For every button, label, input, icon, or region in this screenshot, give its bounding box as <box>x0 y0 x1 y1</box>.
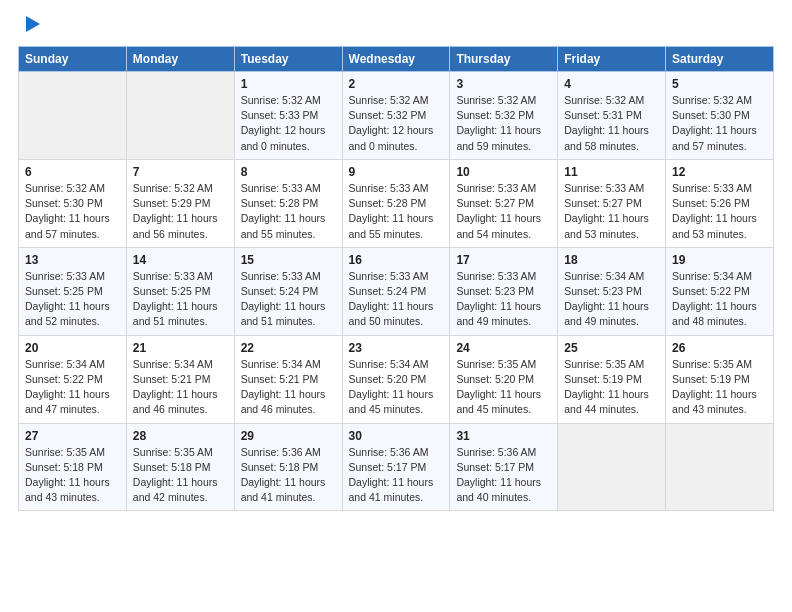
calendar-week-row: 20Sunrise: 5:34 AMSunset: 5:22 PMDayligh… <box>19 335 774 423</box>
calendar-cell: 3Sunrise: 5:32 AMSunset: 5:32 PMDaylight… <box>450 72 558 160</box>
day-number: 1 <box>241 77 336 91</box>
weekday-header: Wednesday <box>342 47 450 72</box>
calendar-cell: 1Sunrise: 5:32 AMSunset: 5:33 PMDaylight… <box>234 72 342 160</box>
day-info: Sunrise: 5:36 AMSunset: 5:18 PMDaylight:… <box>241 445 336 506</box>
calendar-cell: 23Sunrise: 5:34 AMSunset: 5:20 PMDayligh… <box>342 335 450 423</box>
day-number: 18 <box>564 253 659 267</box>
day-info: Sunrise: 5:33 AMSunset: 5:28 PMDaylight:… <box>349 181 444 242</box>
day-info: Sunrise: 5:32 AMSunset: 5:30 PMDaylight:… <box>672 93 767 154</box>
day-number: 9 <box>349 165 444 179</box>
calendar-header-row: SundayMondayTuesdayWednesdayThursdayFrid… <box>19 47 774 72</box>
day-number: 15 <box>241 253 336 267</box>
day-info: Sunrise: 5:35 AMSunset: 5:19 PMDaylight:… <box>564 357 659 418</box>
day-info: Sunrise: 5:34 AMSunset: 5:22 PMDaylight:… <box>672 269 767 330</box>
calendar-cell: 13Sunrise: 5:33 AMSunset: 5:25 PMDayligh… <box>19 247 127 335</box>
calendar-cell: 30Sunrise: 5:36 AMSunset: 5:17 PMDayligh… <box>342 423 450 511</box>
calendar-cell: 15Sunrise: 5:33 AMSunset: 5:24 PMDayligh… <box>234 247 342 335</box>
day-number: 17 <box>456 253 551 267</box>
calendar-cell: 12Sunrise: 5:33 AMSunset: 5:26 PMDayligh… <box>666 159 774 247</box>
calendar-cell <box>666 423 774 511</box>
calendar-week-row: 6Sunrise: 5:32 AMSunset: 5:30 PMDaylight… <box>19 159 774 247</box>
calendar-week-row: 1Sunrise: 5:32 AMSunset: 5:33 PMDaylight… <box>19 72 774 160</box>
day-info: Sunrise: 5:32 AMSunset: 5:32 PMDaylight:… <box>349 93 444 154</box>
calendar-cell: 9Sunrise: 5:33 AMSunset: 5:28 PMDaylight… <box>342 159 450 247</box>
header <box>18 18 774 36</box>
day-number: 13 <box>25 253 120 267</box>
day-number: 31 <box>456 429 551 443</box>
calendar-cell: 25Sunrise: 5:35 AMSunset: 5:19 PMDayligh… <box>558 335 666 423</box>
day-info: Sunrise: 5:33 AMSunset: 5:27 PMDaylight:… <box>564 181 659 242</box>
calendar-table: SundayMondayTuesdayWednesdayThursdayFrid… <box>18 46 774 511</box>
day-info: Sunrise: 5:34 AMSunset: 5:21 PMDaylight:… <box>133 357 228 418</box>
day-info: Sunrise: 5:33 AMSunset: 5:24 PMDaylight:… <box>241 269 336 330</box>
weekday-header: Tuesday <box>234 47 342 72</box>
calendar-cell: 10Sunrise: 5:33 AMSunset: 5:27 PMDayligh… <box>450 159 558 247</box>
day-info: Sunrise: 5:35 AMSunset: 5:18 PMDaylight:… <box>133 445 228 506</box>
weekday-header: Monday <box>126 47 234 72</box>
calendar-cell <box>558 423 666 511</box>
calendar-cell <box>19 72 127 160</box>
weekday-header: Friday <box>558 47 666 72</box>
day-number: 20 <box>25 341 120 355</box>
calendar-cell: 11Sunrise: 5:33 AMSunset: 5:27 PMDayligh… <box>558 159 666 247</box>
day-number: 5 <box>672 77 767 91</box>
logo <box>18 18 44 36</box>
logo-icon <box>22 14 44 36</box>
day-number: 19 <box>672 253 767 267</box>
day-number: 29 <box>241 429 336 443</box>
day-number: 25 <box>564 341 659 355</box>
day-info: Sunrise: 5:33 AMSunset: 5:24 PMDaylight:… <box>349 269 444 330</box>
weekday-header: Thursday <box>450 47 558 72</box>
day-number: 23 <box>349 341 444 355</box>
day-info: Sunrise: 5:34 AMSunset: 5:22 PMDaylight:… <box>25 357 120 418</box>
day-info: Sunrise: 5:35 AMSunset: 5:18 PMDaylight:… <box>25 445 120 506</box>
day-info: Sunrise: 5:36 AMSunset: 5:17 PMDaylight:… <box>456 445 551 506</box>
calendar-cell: 20Sunrise: 5:34 AMSunset: 5:22 PMDayligh… <box>19 335 127 423</box>
day-number: 22 <box>241 341 336 355</box>
calendar-cell: 2Sunrise: 5:32 AMSunset: 5:32 PMDaylight… <box>342 72 450 160</box>
day-info: Sunrise: 5:33 AMSunset: 5:25 PMDaylight:… <box>25 269 120 330</box>
calendar-cell: 17Sunrise: 5:33 AMSunset: 5:23 PMDayligh… <box>450 247 558 335</box>
day-info: Sunrise: 5:36 AMSunset: 5:17 PMDaylight:… <box>349 445 444 506</box>
day-number: 21 <box>133 341 228 355</box>
day-info: Sunrise: 5:33 AMSunset: 5:26 PMDaylight:… <box>672 181 767 242</box>
day-info: Sunrise: 5:35 AMSunset: 5:20 PMDaylight:… <box>456 357 551 418</box>
day-number: 28 <box>133 429 228 443</box>
day-number: 8 <box>241 165 336 179</box>
day-number: 4 <box>564 77 659 91</box>
day-number: 12 <box>672 165 767 179</box>
weekday-header: Sunday <box>19 47 127 72</box>
day-number: 30 <box>349 429 444 443</box>
calendar-week-row: 27Sunrise: 5:35 AMSunset: 5:18 PMDayligh… <box>19 423 774 511</box>
day-info: Sunrise: 5:35 AMSunset: 5:19 PMDaylight:… <box>672 357 767 418</box>
day-number: 2 <box>349 77 444 91</box>
page: SundayMondayTuesdayWednesdayThursdayFrid… <box>0 0 792 612</box>
calendar-cell: 21Sunrise: 5:34 AMSunset: 5:21 PMDayligh… <box>126 335 234 423</box>
day-info: Sunrise: 5:32 AMSunset: 5:33 PMDaylight:… <box>241 93 336 154</box>
day-number: 14 <box>133 253 228 267</box>
calendar-cell: 7Sunrise: 5:32 AMSunset: 5:29 PMDaylight… <box>126 159 234 247</box>
day-info: Sunrise: 5:32 AMSunset: 5:31 PMDaylight:… <box>564 93 659 154</box>
day-info: Sunrise: 5:33 AMSunset: 5:25 PMDaylight:… <box>133 269 228 330</box>
calendar-cell: 18Sunrise: 5:34 AMSunset: 5:23 PMDayligh… <box>558 247 666 335</box>
day-info: Sunrise: 5:33 AMSunset: 5:23 PMDaylight:… <box>456 269 551 330</box>
day-number: 24 <box>456 341 551 355</box>
svg-marker-0 <box>26 16 40 32</box>
day-info: Sunrise: 5:34 AMSunset: 5:23 PMDaylight:… <box>564 269 659 330</box>
calendar-cell: 27Sunrise: 5:35 AMSunset: 5:18 PMDayligh… <box>19 423 127 511</box>
day-number: 11 <box>564 165 659 179</box>
day-info: Sunrise: 5:32 AMSunset: 5:30 PMDaylight:… <box>25 181 120 242</box>
calendar-cell: 5Sunrise: 5:32 AMSunset: 5:30 PMDaylight… <box>666 72 774 160</box>
calendar-cell: 6Sunrise: 5:32 AMSunset: 5:30 PMDaylight… <box>19 159 127 247</box>
day-info: Sunrise: 5:33 AMSunset: 5:27 PMDaylight:… <box>456 181 551 242</box>
day-number: 3 <box>456 77 551 91</box>
day-info: Sunrise: 5:34 AMSunset: 5:20 PMDaylight:… <box>349 357 444 418</box>
day-info: Sunrise: 5:34 AMSunset: 5:21 PMDaylight:… <box>241 357 336 418</box>
calendar-cell: 4Sunrise: 5:32 AMSunset: 5:31 PMDaylight… <box>558 72 666 160</box>
day-info: Sunrise: 5:32 AMSunset: 5:29 PMDaylight:… <box>133 181 228 242</box>
calendar-cell: 8Sunrise: 5:33 AMSunset: 5:28 PMDaylight… <box>234 159 342 247</box>
calendar-cell: 22Sunrise: 5:34 AMSunset: 5:21 PMDayligh… <box>234 335 342 423</box>
day-number: 10 <box>456 165 551 179</box>
day-info: Sunrise: 5:33 AMSunset: 5:28 PMDaylight:… <box>241 181 336 242</box>
calendar-cell: 28Sunrise: 5:35 AMSunset: 5:18 PMDayligh… <box>126 423 234 511</box>
